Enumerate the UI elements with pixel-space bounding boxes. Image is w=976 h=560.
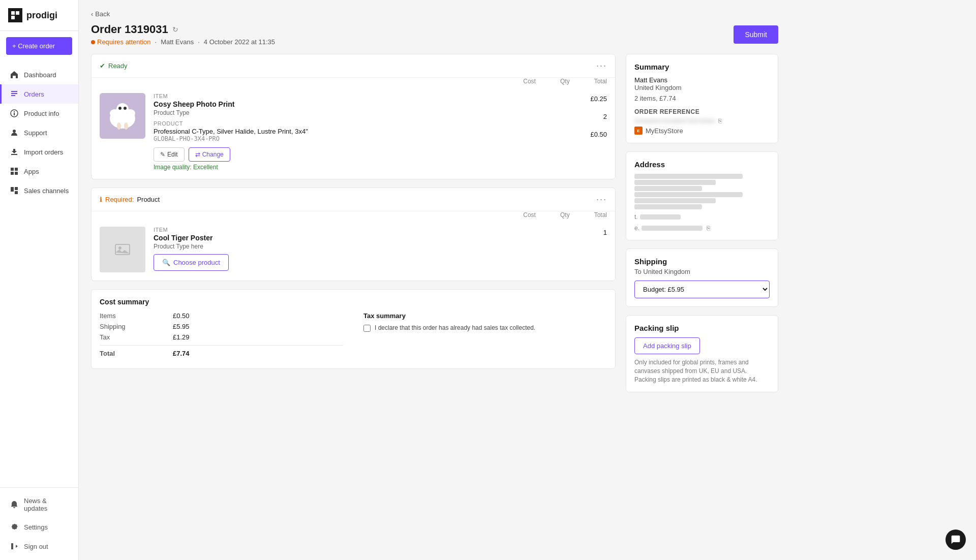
order-meta: Requires attention · Matt Evans · 4 Octo… (91, 38, 275, 46)
items-value: £0.50 (173, 312, 190, 320)
sidebar-item-import-orders[interactable]: Import orders (0, 142, 78, 162)
sidebar-item-sales-channels[interactable]: Sales channels (0, 181, 78, 200)
ready-status: ✔ Ready (100, 62, 128, 70)
sidebar-item-news-updates[interactable]: News & updates (0, 492, 78, 517)
shipping-select[interactable]: Budget: £5.95 (634, 281, 770, 298)
order-ref-value: Complete Creation Test Order (634, 117, 715, 125)
back-link[interactable]: ‹ Back (91, 10, 778, 18)
tax-checkbox[interactable] (363, 325, 371, 332)
sidebar-item-label: Settings (24, 523, 48, 531)
ready-card: ✔ Ready ··· Cost Qty Total (91, 54, 616, 179)
order-ref-row: Complete Creation Test Order ⎘ (634, 117, 770, 125)
summary-name: Matt Evans (634, 76, 770, 84)
back-arrow-icon: ‹ (91, 10, 93, 18)
svg-rect-14 (15, 172, 18, 175)
svg-point-26 (124, 122, 128, 130)
order-title: Order 1319031 ↻ (91, 23, 275, 36)
total-label: Total (100, 350, 161, 357)
sidebar-item-apps[interactable]: Apps (0, 162, 78, 181)
total-col-header: Total (594, 78, 607, 85)
sidebar-item-settings[interactable]: Settings (0, 517, 78, 537)
qty-col-header: Qty (560, 78, 570, 85)
cost-summary-title: Cost summary (100, 298, 607, 306)
items-label: Items (100, 312, 161, 320)
change-button[interactable]: ⇄ Change (189, 147, 230, 162)
ready-card-header: ✔ Ready ··· (92, 54, 615, 78)
sidebar-item-support[interactable]: Support (0, 123, 78, 142)
svg-point-28 (118, 246, 121, 250)
svg-point-24 (125, 109, 135, 117)
etsy-store-icon: E (634, 127, 643, 135)
cost-value: £0.25 (590, 95, 607, 103)
create-order-button[interactable]: + Create order (6, 37, 72, 55)
sidebar-item-sign-out[interactable]: Sign out (0, 537, 78, 556)
add-packing-slip-button[interactable]: Add packing slip (634, 337, 700, 354)
email-row: e. ⎘ (634, 225, 770, 232)
copy-icon[interactable]: ⎘ (718, 117, 722, 125)
svg-rect-8 (14, 111, 15, 112)
email-value (642, 226, 703, 231)
svg-rect-0 (11, 11, 15, 15)
address-card-content: Address t. e. (626, 152, 778, 240)
main-nav: Dashboard Orders Product info Support Im… (0, 61, 78, 487)
svg-rect-1 (16, 11, 19, 15)
logo-icon (8, 8, 22, 22)
sidebar-item-product-info[interactable]: Product info (0, 104, 78, 123)
address-line-2 (634, 180, 716, 185)
sidebar-item-orders[interactable]: Orders (0, 84, 78, 104)
shipping-panel: Shipping To United Kingdom Budget: £5.95 (626, 248, 778, 307)
svg-point-22 (124, 107, 127, 110)
order-author: Matt Evans (161, 38, 194, 46)
required-card: ℹ Required: Product ··· Cost Qty Total (91, 188, 616, 281)
submit-button[interactable]: Submit (734, 25, 778, 44)
required-card-menu[interactable]: ··· (596, 194, 607, 205)
sidebar-item-label: Orders (24, 90, 44, 98)
cost-summary-card: Cost summary Items £0.50 Shipping £5.95 (91, 289, 616, 369)
address-line-1 (634, 174, 743, 179)
summary-country: United Kingdom (634, 84, 770, 91)
tax-summary-title: Tax summary (363, 312, 607, 320)
choose-product-button[interactable]: 🔍 Choose product (154, 254, 229, 271)
left-column: ✔ Ready ··· Cost Qty Total (91, 54, 616, 392)
summary-card-content: Summary Matt Evans United Kingdom 2 item… (626, 54, 778, 143)
sidebar-item-dashboard[interactable]: Dashboard (0, 65, 78, 84)
svg-rect-13 (11, 172, 14, 175)
email-copy-icon[interactable]: ⎘ (707, 225, 710, 232)
required-pricing: 1 (603, 227, 607, 236)
right-column: Summary Matt Evans United Kingdom 2 item… (626, 54, 778, 392)
chat-bubble-button[interactable] (946, 530, 966, 550)
tax-checkbox-label: I declare that this order has already ha… (375, 324, 535, 332)
info-circle-icon: ℹ (100, 196, 102, 203)
cost-col-header-2: Cost (523, 211, 536, 219)
sidebar-item-label: Import orders (24, 148, 63, 156)
summary-title: Summary (634, 63, 770, 71)
edit-button[interactable]: ✎ Edit (154, 147, 185, 162)
home-icon (10, 70, 19, 79)
address-line-6 (634, 204, 702, 209)
tax-label: Tax (100, 333, 161, 341)
pricing-section: £0.25 2 £0.50 (590, 93, 607, 138)
total-value: £0.50 (590, 131, 607, 138)
refresh-icon[interactable]: ↻ (172, 25, 178, 34)
total-col-header-2: Total (594, 211, 607, 219)
product-info-section: ITEM Cosy Sheep Photo Print Product Type… (154, 93, 582, 171)
address-line-4 (634, 192, 743, 197)
svg-rect-2 (11, 16, 15, 19)
address-title: Address (634, 160, 770, 169)
required-product-thumbnail (100, 227, 145, 272)
sidebar-item-label: Sales channels (24, 187, 69, 195)
logo-text: prodigi (26, 10, 57, 21)
apps-icon (10, 167, 19, 176)
sidebar-bottom: News & updates Settings Sign out (0, 487, 78, 560)
packing-note: Only included for global prints, frames … (634, 358, 770, 384)
content-area: ✔ Ready ··· Cost Qty Total (91, 54, 778, 392)
summary-panel: Summary Matt Evans United Kingdom 2 item… (626, 54, 778, 143)
sidebar-item-label: Product info (24, 110, 59, 117)
store-name: MyEtsyStore (646, 127, 683, 135)
address-panel: Address t. e. (626, 151, 778, 240)
svg-point-21 (118, 107, 121, 110)
ready-card-menu[interactable]: ··· (596, 60, 607, 71)
required-status: ℹ Required: Product (100, 196, 160, 203)
tax-summary-section: Tax summary I declare that this order ha… (363, 312, 607, 360)
required-card-header: ℹ Required: Product ··· (92, 188, 615, 211)
